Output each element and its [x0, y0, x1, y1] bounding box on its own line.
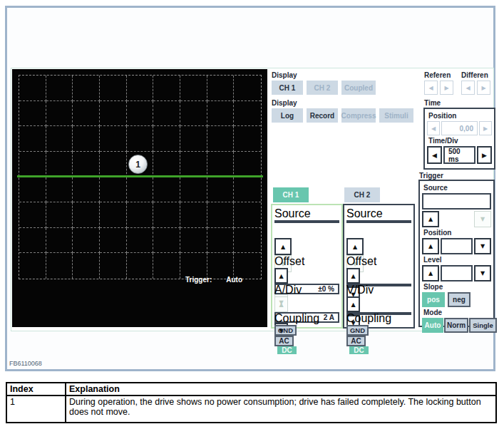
grid-cell: [73, 126, 100, 152]
grid-cell: [234, 228, 261, 254]
trigger-position-down-button[interactable]: ▼: [474, 238, 491, 254]
grid-cell: [127, 253, 154, 279]
grid-cell: [207, 228, 235, 254]
grid-cell: [127, 76, 154, 101]
grid-cell: [234, 76, 261, 101]
ch2-coupling-label: Coupling: [346, 312, 411, 325]
ch2-coupling-gnd-button[interactable]: GND: [346, 325, 369, 336]
callout-marker-1: 1: [128, 155, 148, 174]
mode-norm-button[interactable]: Norm: [444, 318, 468, 333]
grid-cell: [207, 76, 235, 101]
reference-next-button[interactable]: ▶: [440, 81, 453, 95]
display-compress-button[interactable]: Compress: [341, 108, 376, 123]
grid-cell: [46, 228, 73, 254]
trigger-level-up-button[interactable]: ▲: [422, 265, 439, 281]
ch2-panel: Source ▲ ▼ Offset ▲ ▼ V/Div ▲: [343, 204, 415, 329]
display-stimuli-button[interactable]: Stimuli: [379, 108, 413, 123]
ch1-offset-label: Offset: [274, 255, 339, 268]
time-position-decrease-button[interactable]: ◀: [427, 121, 440, 135]
trigger-level-down-button[interactable]: ▼: [474, 265, 491, 281]
ch1-source-input[interactable]: [274, 220, 339, 223]
oscilloscope-display: 1 Trigger: Auto: [12, 69, 267, 327]
difference-next-button[interactable]: ▶: [477, 81, 490, 95]
trigger-source-label: Source: [423, 184, 491, 192]
grid-cell: [153, 177, 180, 203]
display-ch1-button[interactable]: CH 1: [272, 81, 303, 95]
ch2-coupling-dc-button[interactable]: DC: [349, 346, 369, 354]
timediv-decrease-button[interactable]: ◀: [427, 146, 442, 164]
slope-neg-button[interactable]: neg: [448, 292, 470, 307]
display-ch2-button[interactable]: CH 2: [307, 81, 338, 95]
display-record-button[interactable]: Record: [307, 108, 338, 123]
grid-cell: [153, 202, 180, 228]
timediv-increase-button[interactable]: ▶: [477, 146, 492, 164]
slope-pos-button[interactable]: pos: [422, 292, 445, 307]
time-position-increase-button[interactable]: ▶: [479, 121, 492, 135]
ch1-coupling-dc-button[interactable]: DC: [277, 346, 297, 354]
grid-cell: [127, 177, 154, 203]
grid-cell: [234, 177, 261, 203]
index-header: Index: [6, 383, 66, 396]
table-header-row: Index Explanation: [6, 383, 496, 396]
grid-cell: [100, 101, 127, 127]
grid-cell: [73, 177, 100, 203]
grid-cell: [207, 152, 235, 177]
difference-prev-button[interactable]: ◀: [461, 81, 475, 95]
grid-cell: [73, 152, 100, 177]
time-position-value[interactable]: 0,00: [441, 121, 478, 135]
grid-cell: [46, 152, 73, 177]
arrow-up-icon: ▲: [428, 216, 433, 222]
display-log-button[interactable]: Log: [272, 108, 303, 123]
grid-cell: [234, 152, 261, 177]
mode-single-button[interactable]: Single: [469, 318, 497, 333]
grid-cell: [153, 152, 180, 177]
ch1-coupling-gnd-button[interactable]: GND: [274, 325, 297, 336]
grid-cell: [180, 202, 207, 228]
trigger-source-down-button[interactable]: ▼: [474, 211, 491, 227]
grid-cell: [127, 126, 154, 152]
trigger-level-input[interactable]: [441, 265, 473, 281]
trigger-status-label: Trigger:: [185, 276, 212, 284]
timediv-label: Time/Div: [428, 137, 492, 145]
grid-cell: [19, 228, 46, 254]
arrow-down-icon: ▼: [480, 243, 485, 249]
figure-id: FB6110068: [9, 360, 42, 367]
ch1-coupling-ac-button[interactable]: AC: [274, 336, 294, 346]
ch2-vdiv-label: V/Div: [346, 284, 411, 296]
display-channels-label: Display: [272, 71, 297, 79]
reference-prev-button[interactable]: ◀: [424, 81, 438, 95]
ch2-offset-up-button[interactable]: ▲: [346, 268, 360, 284]
ch2-offset-label: Offset: [346, 255, 411, 268]
time-panel: Position ◀ 0,00 ▶ Time/Div ◀ 500 ms ▶: [423, 108, 495, 170]
grid-cell: [153, 76, 180, 101]
grid-cell: [153, 228, 180, 254]
trigger-position-input[interactable]: [441, 238, 473, 254]
trigger-source-up-button[interactable]: ▲: [422, 211, 439, 227]
grid-cell: [46, 253, 73, 279]
tab-ch1[interactable]: CH 1: [273, 187, 309, 202]
signal-trace: [17, 175, 263, 177]
ch1-panel: Source ▲ ▼ Offset ▲ ±0 % ▼ A/Div ▲ 2 A: [271, 204, 343, 329]
display-coupled-button[interactable]: Coupled: [341, 81, 376, 95]
explanation-table: Index Explanation 1 During operation, th…: [6, 382, 497, 423]
tab-ch2[interactable]: CH 2: [344, 187, 380, 202]
ch2-vdiv-up-button[interactable]: ▲: [346, 296, 360, 312]
ch2-source-up-button[interactable]: ▲: [346, 238, 364, 255]
grid-cell: [19, 101, 46, 127]
timediv-value[interactable]: 500 ms: [443, 146, 475, 164]
ch2-coupling-ac-button[interactable]: AC: [346, 336, 366, 346]
arrow-left-icon: ◀: [428, 85, 433, 91]
trigger-source-input[interactable]: [422, 193, 491, 210]
grid-cell: [207, 202, 235, 228]
ch1-source-label: Source: [274, 207, 339, 220]
mode-auto-button[interactable]: Auto: [422, 318, 443, 333]
trigger-position-up-button[interactable]: ▲: [422, 238, 439, 254]
time-label: Time: [424, 99, 441, 107]
ch2-source-input[interactable]: [346, 220, 411, 223]
ch1-source-up-button[interactable]: ▲: [274, 238, 292, 255]
grid-cell: [207, 126, 235, 152]
ch1-offset-up-button[interactable]: ▲: [274, 268, 288, 284]
trigger-slope-label: Slope: [423, 283, 491, 291]
grid-cell: [100, 253, 127, 279]
figure-frame: 1 Trigger: Auto Display CH 1 CH 2 Couple…: [5, 6, 495, 371]
